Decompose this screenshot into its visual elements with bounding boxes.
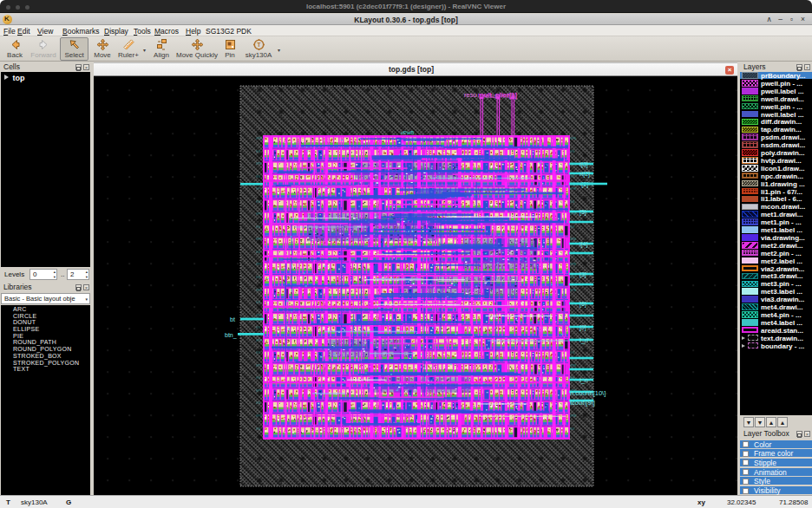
svg-text:vPwB: vPwB [401,130,414,135]
svg-text:VG: VG [570,150,574,153]
svg-text:VG: VG [570,427,574,431]
svg-text:VPB: VPB [256,289,263,292]
svg-text:VPB: VPB [256,238,263,241]
svg-text:VPB: VPB [256,339,263,342]
svg-text:VPB: VPB [570,339,577,342]
svg-text:resu: resu [464,91,477,99]
svg-text:VPB: VPB [256,187,263,191]
svg-text:VG: VG [256,175,260,179]
svg-text:VPB: VPB [256,212,263,216]
svg-text:VPB: VPB [570,414,577,418]
svg-text:VG: VG [256,200,260,204]
svg-text:VG: VG [570,225,574,229]
svg-text:VG: VG [570,276,574,279]
svg-text:t_n: t_n [580,377,588,384]
svg-text:VPB: VPB [570,289,577,292]
svg-text:VG: VG [256,351,260,355]
svg-text:VG: VG [256,376,260,380]
svg-text:VG: VG [256,326,260,329]
svg-text:VPB: VPB [570,162,577,166]
svg-text:VPB: VPB [570,389,577,393]
svg-text:VG: VG [256,427,260,431]
svg-text:VPB: VPB [256,389,263,393]
svg-text:[9]: [9] [580,324,586,331]
svg-text:VG: VG [256,225,260,229]
svg-text:btn_: btn_ [225,332,237,339]
svg-text:VPB: VPB [570,314,577,317]
svg-text:VPB: VPB [256,314,263,317]
svg-text:VPB: VPB [256,364,263,368]
svg-text:VPB: VPB [256,162,263,166]
svg-text:VPB: VPB [570,364,577,368]
svg-text:T: T [257,42,261,48]
svg-text:[3]: [3] [580,271,586,278]
svg-text:VG: VG [570,376,574,380]
svg-text:VPB: VPB [570,187,577,191]
svg-text:VG: VG [570,200,574,204]
svg-text:l[4]: l[4] [580,241,587,248]
svg-text:VG: VG [570,351,574,355]
svg-text:VPB: VPB [570,137,577,140]
svg-text:VG: VG [570,251,574,254]
svg-text:VG: VG [256,401,260,405]
svg-text:[6]: [6] [580,301,586,308]
svg-text:VG: VG [256,301,260,304]
svg-text:VG: VG [570,301,574,304]
svg-text:VPB: VPB [256,263,263,266]
svg-text:VG: VG [256,150,260,153]
svg-text:rt[2]: rt[2] [580,171,590,178]
svg-text:VG: VG [570,326,574,329]
svg-text:VPB: VPB [570,263,577,266]
svg-text:VG: VG [256,276,260,279]
svg-text:f_rl’: f_rl’ [580,337,590,344]
svg-text:VPB: VPB [570,212,577,216]
svg-text:VG: VG [570,175,574,179]
svg-text:VG: VG [256,251,260,254]
svg-text:[5]: [5] [580,209,586,216]
svg-text:t[3]: t[3] [580,161,588,168]
svg-text:VPB: VPB [570,238,577,241]
svg-text:bt: bt [230,316,235,322]
svg-text:VG: VG [570,401,574,405]
svg-text:resul_mlt[0]: resul_mlt[0] [483,92,517,100]
svg-text:VPB: VPB [256,137,263,140]
svg-text:VPB: VPB [256,414,263,418]
